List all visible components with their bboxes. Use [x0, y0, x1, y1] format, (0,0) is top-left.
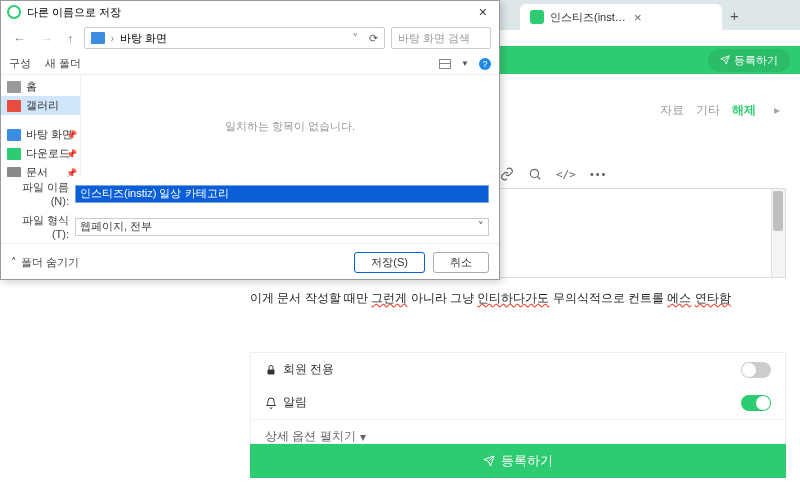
bell-icon [265, 397, 277, 409]
new-folder-button[interactable]: 새 폴더 [45, 56, 81, 71]
member-only-label: 회원 전용 [283, 361, 334, 378]
chevron-right-icon[interactable]: ▸ [774, 103, 780, 117]
paper-plane-icon [720, 55, 730, 65]
svg-rect-1 [268, 369, 275, 374]
filetype-row: 파일 형식(T): 웹페이지, 전부 ˅ [1, 210, 499, 243]
sidebar-item-home[interactable]: 홈 [1, 77, 80, 96]
dropdown-icon[interactable]: ˅ [348, 31, 363, 46]
download-icon [7, 148, 21, 160]
dialog-nav-row: ← → ↑ › 바탕 화면 ˅ ⟳ 바탕 화면 검색 [1, 23, 499, 53]
filetype-combo[interactable]: 웹페이지, 전부 ˅ [75, 218, 489, 236]
gallery-icon [7, 100, 21, 112]
lock-icon [265, 364, 277, 376]
forward-button[interactable]: → [36, 31, 57, 46]
view-icon[interactable] [439, 59, 451, 69]
expand-label: 상세 옵션 펼치기 [265, 428, 356, 445]
notify-toggle[interactable] [741, 395, 771, 411]
filename-row: 파일 이름(N): [1, 177, 499, 210]
path-box[interactable]: › 바탕 화면 ˅ ⟳ [84, 27, 386, 49]
pin-icon: 📌 [66, 130, 77, 140]
home-icon [7, 81, 21, 93]
register-button-top[interactable]: 등록하기 [708, 49, 790, 72]
dialog-footer: ˄ 폴더 숨기기 저장(S) 취소 [1, 243, 499, 279]
path-folder-label: 바탕 화면 [120, 31, 167, 46]
code-icon[interactable]: </> [556, 168, 576, 181]
sidebar-item-download[interactable]: 다운로드📌 [1, 144, 80, 163]
pin-icon: 📌 [66, 168, 77, 178]
browser-tab[interactable]: 인스티즈(instiz) 일상 카테고리 × [520, 4, 722, 30]
content-text-line: 이게 문서 작성할 때만 그런게 아니라 그냥 인티하다가도 무의식적으로 컨트… [250, 290, 786, 307]
dialog-title: 다른 이름으로 저장 [27, 5, 121, 20]
empty-message: 일치하는 항목이 없습니다. [225, 119, 355, 134]
filename-input[interactable] [75, 185, 489, 203]
sidebar-item-gallery[interactable]: 갤러리 [1, 96, 80, 115]
hide-folders-button[interactable]: ˄ 폴더 숨기기 [11, 255, 79, 270]
category-other[interactable]: 기타 [696, 102, 720, 119]
svg-point-0 [530, 169, 538, 177]
view-dropdown-icon[interactable]: ▼ [461, 59, 469, 68]
submit-label: 등록하기 [501, 452, 553, 470]
search-icon[interactable] [528, 167, 542, 181]
options-panel: 회원 전용 알림 상세 옵션 펼치기 ▾ [250, 352, 786, 454]
search-input[interactable]: 바탕 화면 검색 [391, 27, 491, 49]
chevron-down-icon: ▾ [360, 430, 366, 444]
more-icon[interactable]: ••• [590, 168, 608, 180]
tab-title: 인스티즈(instiz) 일상 카테고리 [550, 10, 628, 25]
sidebar-item-doc[interactable]: 문서📌 [1, 163, 80, 177]
file-list-area: 일치하는 항목이 없습니다. [81, 75, 499, 177]
chevron-right-icon: › [111, 32, 115, 44]
cancel-button[interactable]: 취소 [433, 252, 489, 273]
back-button[interactable]: ← [9, 31, 30, 46]
paper-plane-icon [483, 455, 495, 467]
member-only-toggle[interactable] [741, 362, 771, 378]
option-member-only: 회원 전용 [251, 353, 785, 386]
notify-label: 알림 [283, 394, 307, 411]
save-as-dialog: 다른 이름으로 저장 × ← → ↑ › 바탕 화면 ˅ ⟳ 바탕 화면 검색 … [0, 0, 500, 280]
up-button[interactable]: ↑ [63, 31, 78, 46]
close-icon[interactable]: × [634, 10, 712, 25]
hide-folders-label: 폴더 숨기기 [21, 255, 79, 270]
new-tab-button[interactable]: + [730, 7, 739, 24]
link-icon[interactable] [500, 167, 514, 181]
help-icon[interactable]: ? [479, 58, 491, 70]
chevron-up-icon: ˄ [11, 256, 17, 269]
dialog-titlebar: 다른 이름으로 저장 × [1, 1, 499, 23]
category-data[interactable]: 자료 [660, 102, 684, 119]
register-top-label: 등록하기 [734, 53, 778, 68]
refresh-icon[interactable]: ⟳ [369, 32, 378, 45]
submit-button[interactable]: 등록하기 [250, 444, 786, 478]
dialog-sidebar: 홈 갤러리 바탕 화면📌 다운로드📌 문서📌 사진📌 음악📌 [1, 75, 81, 177]
document-icon [7, 167, 21, 178]
pin-icon: 📌 [66, 149, 77, 159]
app-icon [7, 5, 21, 19]
dialog-tool-row: 구성 새 폴더 ▼ ? [1, 53, 499, 75]
sidebar-item-desktop[interactable]: 바탕 화면📌 [1, 125, 80, 144]
folder-icon [91, 32, 105, 44]
option-notify: 알림 [251, 386, 785, 419]
filetype-value: 웹페이지, 전부 [80, 219, 152, 234]
editor-toolbar: </> ••• [500, 164, 786, 184]
desktop-icon [7, 129, 21, 141]
organize-button[interactable]: 구성 [9, 56, 31, 71]
category-release[interactable]: 해제 [732, 102, 756, 119]
filetype-label: 파일 형식(T): [11, 213, 69, 240]
tab-favicon [530, 10, 544, 24]
dialog-body: 홈 갤러리 바탕 화면📌 다운로드📌 문서📌 사진📌 음악📌 일치하는 항목이 … [1, 75, 499, 177]
close-icon[interactable]: × [473, 4, 493, 20]
scrollbar[interactable] [771, 189, 785, 277]
scrollbar-thumb[interactable] [773, 191, 783, 231]
save-button[interactable]: 저장(S) [354, 252, 425, 273]
chevron-down-icon: ˅ [478, 220, 484, 233]
filename-label: 파일 이름(N): [11, 180, 69, 207]
search-placeholder: 바탕 화면 검색 [398, 31, 470, 46]
